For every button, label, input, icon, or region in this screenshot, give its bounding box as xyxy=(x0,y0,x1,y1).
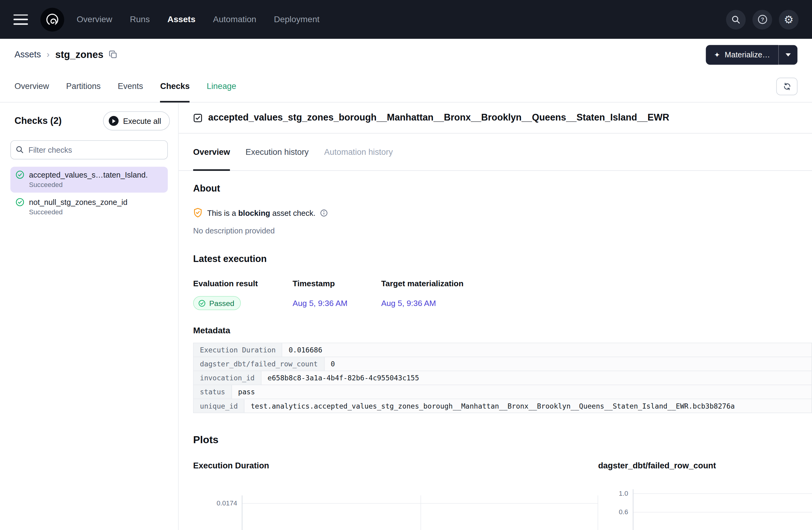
nav-item-assets[interactable]: Assets xyxy=(167,15,195,24)
tab-execution-history[interactable]: Execution history xyxy=(246,134,309,170)
metadata-value: 0 xyxy=(324,357,812,371)
nav-item-overview[interactable]: Overview xyxy=(76,15,112,24)
tab-checks[interactable]: Checks xyxy=(160,70,189,102)
top-nav: Overview Runs Assets Automation Deployme… xyxy=(0,0,812,39)
about-section: About This is a blocking asset check. No… xyxy=(178,183,812,235)
materialize-split-button: ✦ Materialize… xyxy=(706,45,797,65)
asset-check-icon xyxy=(193,113,203,123)
plot-area xyxy=(633,489,812,530)
target-materialization-link[interactable]: Aug 5, 9:36 AM xyxy=(381,298,436,308)
table-row: dagster_dbt/failed_row_count 0 xyxy=(194,357,811,371)
breadcrumb-chevron-icon: › xyxy=(47,49,50,60)
column-header-target-materialization: Target materialization xyxy=(381,279,463,289)
chart-execution-duration: Execution Duration 0.0174 xyxy=(193,461,598,530)
metadata-value: pass xyxy=(232,385,812,399)
checks-count-title: Checks (2) xyxy=(15,115,62,126)
check-detail-title: accepted_values_stg_zones_borough__Manha… xyxy=(208,112,669,123)
list-item-accepted-values-check[interactable]: accepted_values_s…taten_Island. Succeede… xyxy=(10,167,168,192)
status-badge: Passed xyxy=(193,296,241,310)
metadata-table: Execution Duration 0.016686 dagster_dbt/… xyxy=(193,343,812,413)
metadata-key: Execution Duration xyxy=(194,343,282,357)
menu-icon[interactable] xyxy=(13,14,28,25)
check-status: Succeeded xyxy=(29,181,163,189)
materialize-button[interactable]: ✦ Materialize… xyxy=(706,45,778,65)
nav-item-deployment[interactable]: Deployment xyxy=(274,15,319,24)
nav-item-runs[interactable]: Runs xyxy=(130,15,150,24)
help-button[interactable]: ? xyxy=(753,10,772,29)
execute-all-label: Execute all xyxy=(123,117,161,126)
timestamp-link[interactable]: Aug 5, 9:36 AM xyxy=(293,298,348,308)
latest-execution-section: Latest execution Evaluation result Times… xyxy=(178,254,812,413)
dagster-logo[interactable] xyxy=(40,8,64,31)
chevron-down-icon xyxy=(786,53,791,56)
plot-area xyxy=(242,496,598,530)
dagster-app: Overview Runs Assets Automation Deployme… xyxy=(0,0,812,530)
top-nav-items: Overview Runs Assets Automation Deployme… xyxy=(76,15,319,24)
help-icon: ? xyxy=(757,14,768,25)
octopus-icon xyxy=(45,12,60,27)
check-detail-header: accepted_values_stg_zones_borough__Manha… xyxy=(178,103,812,134)
metadata-value: e658b8c8-3a1a-4b4f-82b6-4c955043c155 xyxy=(261,371,812,385)
check-detail-tabs: Overview Execution history Automation hi… xyxy=(178,134,812,171)
metadata-key: status xyxy=(194,385,232,399)
search-button[interactable] xyxy=(726,10,746,29)
latest-execution-heading: Latest execution xyxy=(193,254,812,265)
content: Checks (2) Execute all xyxy=(0,103,812,530)
chart-title: Execution Duration xyxy=(193,461,598,471)
materialize-dropdown-button[interactable] xyxy=(778,45,797,65)
y-tick: 0.6 xyxy=(619,508,628,516)
y-tick: 0.0174 xyxy=(217,499,237,507)
shield-check-icon xyxy=(193,208,203,218)
filter-checks xyxy=(10,140,168,159)
chart-title: dagster_dbt/failed_row_count xyxy=(598,461,812,471)
check-list: accepted_values_s…taten_Island. Succeede… xyxy=(0,164,178,223)
table-row: status pass xyxy=(194,385,811,399)
check-name: not_null_stg_zones_zone_id xyxy=(29,197,163,206)
table-row: unique_id test.analytics.accepted_values… xyxy=(194,399,811,413)
filter-checks-input[interactable] xyxy=(10,140,168,159)
execute-all-button[interactable]: Execute all xyxy=(103,112,170,131)
metadata-value: test.analytics.accepted_values_stg_zones… xyxy=(244,399,811,413)
metadata-heading: Metadata xyxy=(193,326,812,335)
chart-failed-row-count: dagster_dbt/failed_row_count 1.0 0.6 xyxy=(598,461,812,530)
nav-item-automation[interactable]: Automation xyxy=(213,15,256,24)
metadata-key: invocation_id xyxy=(194,371,261,385)
page-title: stg_zones xyxy=(55,49,103,60)
copy-icon xyxy=(108,50,117,59)
status-badge-label: Passed xyxy=(209,299,234,307)
tab-automation-history: Automation history xyxy=(324,134,393,170)
metadata-value: 0.016686 xyxy=(282,343,811,357)
success-check-icon xyxy=(15,170,24,179)
no-description-text: No description provided xyxy=(193,226,812,235)
refresh-icon xyxy=(783,82,791,90)
metadata-key: dagster_dbt/failed_row_count xyxy=(194,357,324,371)
check-circle-icon xyxy=(198,299,206,307)
column-header-timestamp: Timestamp xyxy=(293,279,335,289)
breadcrumb: Assets › stg_zones ✦ Materialize… xyxy=(0,39,812,70)
y-axis: 1.0 0.6 xyxy=(598,489,633,530)
about-heading: About xyxy=(193,183,812,194)
metadata-key: unique_id xyxy=(194,399,244,413)
y-axis: 0.0174 xyxy=(193,496,242,530)
refresh-button[interactable] xyxy=(776,77,797,95)
sparkle-icon: ✦ xyxy=(714,51,720,58)
blocking-note: This is a blocking asset check. xyxy=(193,208,812,218)
tab-lineage[interactable]: Lineage xyxy=(207,70,236,102)
copy-button[interactable] xyxy=(108,50,117,59)
latest-execution-table: Evaluation result Timestamp Target mater… xyxy=(193,279,812,310)
y-tick: 1.0 xyxy=(619,489,628,497)
plots-section: Plots Execution Duration 0.0174 xyxy=(178,434,812,530)
list-item-not-null-check[interactable]: not_null_stg_zones_zone_id Succeeded xyxy=(10,194,168,220)
tab-overview[interactable]: Overview xyxy=(15,70,49,102)
breadcrumb-assets-link[interactable]: Assets xyxy=(15,49,41,60)
info-icon[interactable] xyxy=(320,209,328,217)
checks-sidebar: Checks (2) Execute all xyxy=(0,103,178,530)
column-header-evaluation-result: Evaluation result xyxy=(193,279,258,289)
blocking-text: This is a blocking asset check. xyxy=(207,208,316,217)
gear-icon: ⚙ xyxy=(784,14,794,25)
tab-events[interactable]: Events xyxy=(118,70,143,102)
tab-partitions[interactable]: Partitions xyxy=(66,70,101,102)
table-row: Execution Duration 0.016686 xyxy=(194,343,811,357)
tab-check-overview[interactable]: Overview xyxy=(193,134,230,170)
settings-button[interactable]: ⚙ xyxy=(779,10,799,29)
